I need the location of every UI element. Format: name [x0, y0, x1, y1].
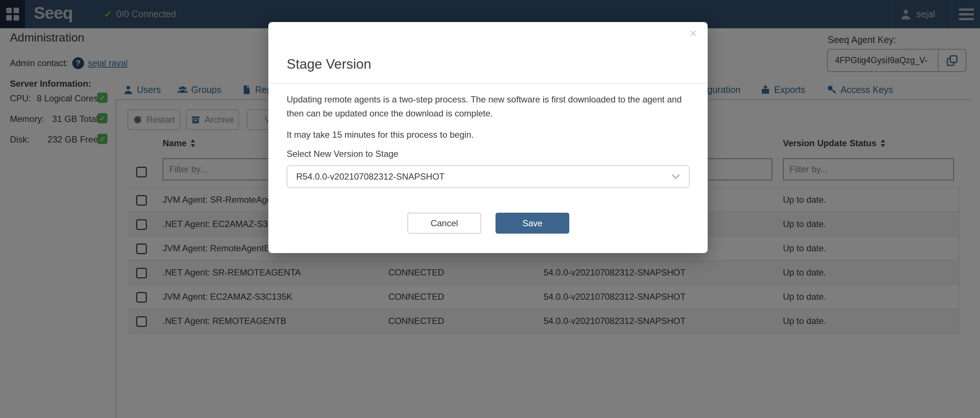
stage-version-modal: × Stage Version Updating remote agents i…: [268, 22, 708, 253]
modal-paragraph: It may take 15 minutes for this process …: [287, 128, 695, 142]
version-select-label: Select New Version to Stage: [287, 147, 695, 161]
modal-header-divider: [268, 83, 708, 84]
save-button[interactable]: Save: [495, 213, 569, 234]
chevron-down-icon: [671, 174, 680, 180]
close-icon[interactable]: ×: [690, 27, 697, 39]
modal-title: Stage Version: [287, 57, 371, 72]
version-select[interactable]: R54.0.0-v202107082312-SNAPSHOT: [287, 165, 690, 188]
selected-version: R54.0.0-v202107082312-SNAPSHOT: [296, 172, 444, 182]
cancel-button[interactable]: Cancel: [407, 213, 481, 234]
modal-paragraph: Updating remote agents is a two-step pro…: [287, 93, 695, 120]
seeq-admin-screen: Seeq ✔ 0/0 Connected sejal Administratio…: [0, 0, 980, 418]
